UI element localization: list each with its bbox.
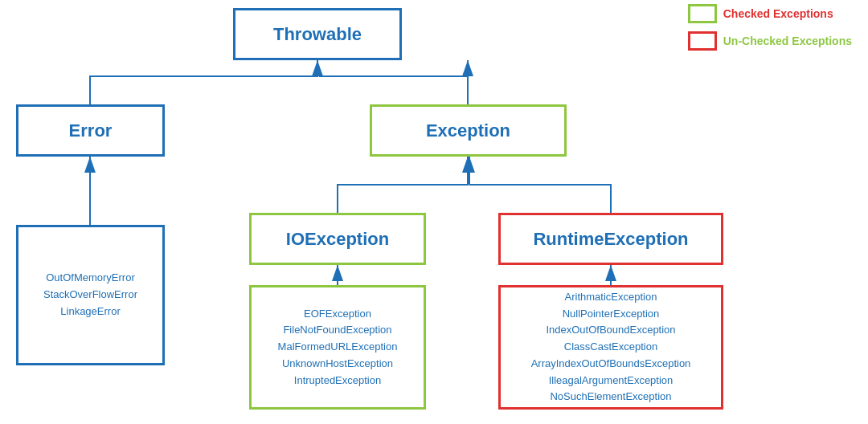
legend-unchecked-box (688, 31, 717, 51)
throwable-label: Throwable (273, 24, 362, 45)
ioexception-node: IOException (249, 213, 426, 265)
runtimeexception-label: RuntimeException (533, 229, 688, 250)
exception-node: Exception (370, 104, 567, 157)
ioexception-children-box: EOFExceptionFileNotFoundExceptionMalForm… (249, 285, 426, 410)
error-children-box: OutOfMemoryErrorStackOverFlowErrorLinkag… (16, 225, 165, 365)
legend: Checked Exceptions Un-Checked Exceptions (688, 4, 852, 59)
legend-checked: Checked Exceptions (688, 4, 852, 23)
legend-unchecked: Un-Checked Exceptions (688, 31, 852, 51)
legend-checked-box (688, 4, 717, 23)
error-children-text: OutOfMemoryErrorStackOverFlowErrorLinkag… (43, 270, 137, 320)
runtimeexception-children-box: ArithmaticExceptionNullPointerExceptionI… (498, 285, 723, 410)
error-label: Error (69, 120, 113, 141)
ioexception-children-text: EOFExceptionFileNotFoundExceptionMalForm… (278, 306, 398, 389)
ioexception-label: IOException (286, 229, 389, 250)
exception-label: Exception (426, 120, 510, 141)
runtimeexception-node: RuntimeException (498, 213, 723, 265)
legend-unchecked-label: Un-Checked Exceptions (723, 35, 852, 47)
throwable-node: Throwable (233, 8, 402, 60)
error-node: Error (16, 104, 165, 157)
diagram-container: Throwable Error Exception IOException Ru… (0, 0, 868, 424)
runtimeexception-children-text: ArithmaticExceptionNullPointerExceptionI… (531, 289, 691, 406)
legend-checked-label: Checked Exceptions (723, 7, 833, 20)
